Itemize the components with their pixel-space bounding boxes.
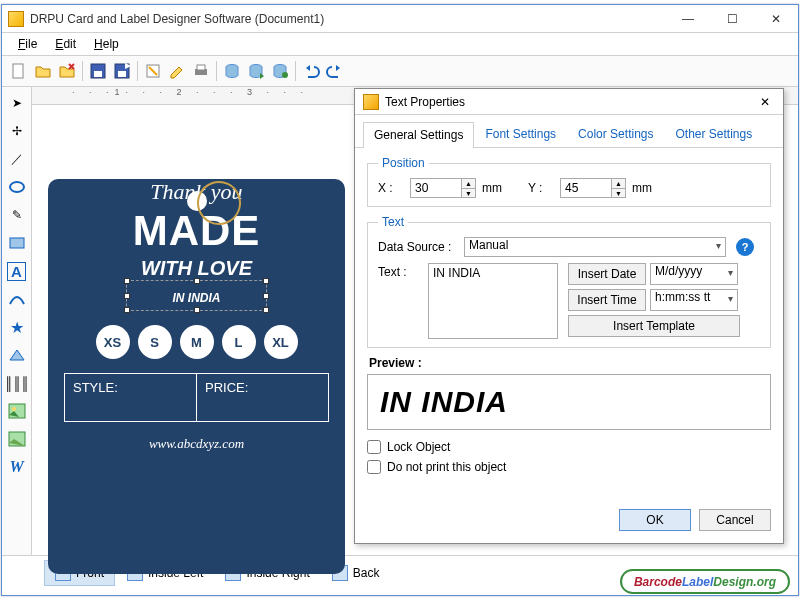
menu-help[interactable]: Help <box>86 35 127 53</box>
database-export-button[interactable] <box>245 60 267 82</box>
database-button[interactable] <box>221 60 243 82</box>
dialog-tabs: General Settings Font Settings Color Set… <box>355 115 783 148</box>
ok-button[interactable]: OK <box>619 509 691 531</box>
triangle-tool[interactable] <box>5 343 29 367</box>
text-label: Text : <box>378 263 418 339</box>
tab-font-settings[interactable]: Font Settings <box>474 121 567 147</box>
app-icon <box>8 11 24 27</box>
spin-up-icon[interactable]: ▲ <box>612 178 626 188</box>
titlebar: DRPU Card and Label Designer Software (D… <box>2 5 798 33</box>
ellipse-tool[interactable] <box>5 175 29 199</box>
size-m[interactable]: M <box>180 325 214 359</box>
time-format-select[interactable]: h:mm:ss tt <box>650 289 738 311</box>
barcode-tool[interactable]: ║║║ <box>5 371 29 395</box>
redo-button[interactable] <box>324 60 346 82</box>
close-doc-button[interactable] <box>56 60 78 82</box>
spin-down-icon[interactable]: ▼ <box>612 188 626 198</box>
lock-object-checkbox[interactable]: Lock Object <box>367 440 771 454</box>
minimize-button[interactable]: — <box>666 5 710 33</box>
arc-tool[interactable] <box>5 287 29 311</box>
x-label: X : <box>378 181 404 195</box>
size-s[interactable]: S <box>138 325 172 359</box>
undo-button[interactable] <box>300 60 322 82</box>
menubar: FFileile Edit Help <box>2 33 798 56</box>
save-button[interactable] <box>87 60 109 82</box>
insert-template-button[interactable]: Insert Template <box>568 315 740 337</box>
footer-logo: BarcodeLabelDesign.org <box>620 569 790 594</box>
info-boxes: STYLE: PRICE: <box>64 373 329 422</box>
position-group: Position X : ▲▼ mm Y : ▲▼ mm <box>367 156 771 207</box>
size-l[interactable]: L <box>222 325 256 359</box>
date-format-select[interactable]: M/d/yyyy <box>650 263 738 285</box>
svg-text:▸: ▸ <box>125 62 131 72</box>
crosshair-tool[interactable]: ✢ <box>5 119 29 143</box>
datasource-select[interactable]: Manual <box>464 237 726 257</box>
side-toolbar: ➤ ✢ ／ ✎ A ★ ║║║ W <box>2 87 32 555</box>
svg-rect-8 <box>197 65 205 70</box>
preview-box: IN INDIA <box>367 374 771 430</box>
text-tool[interactable]: A <box>5 259 29 283</box>
insert-date-button[interactable]: Insert Date <box>568 263 646 285</box>
edit-button[interactable] <box>166 60 188 82</box>
style-box[interactable]: STYLE: <box>65 374 197 421</box>
size-xl[interactable]: XL <box>264 325 298 359</box>
open-button[interactable] <box>32 60 54 82</box>
menu-file[interactable]: FFileile <box>10 35 45 53</box>
text-url[interactable]: www.abcdxyz.com <box>48 436 345 452</box>
save-as-button[interactable]: ▸ <box>111 60 133 82</box>
text-made[interactable]: MADE <box>48 207 345 255</box>
wordart-tool[interactable]: W <box>5 455 29 479</box>
star-tool[interactable]: ★ <box>5 315 29 339</box>
size-xs[interactable]: XS <box>96 325 130 359</box>
preview-label: Preview : <box>369 356 771 370</box>
selection-handles[interactable] <box>126 280 267 311</box>
menu-edit[interactable]: Edit <box>47 35 84 53</box>
close-button[interactable]: ✕ <box>754 5 798 33</box>
window-title: DRPU Card and Label Designer Software (D… <box>30 12 666 26</box>
pencil-tool[interactable]: ✎ <box>5 203 29 227</box>
datasource-label: Data Source : <box>378 240 458 254</box>
maximize-button[interactable]: ☐ <box>710 5 754 33</box>
toolbar: ▸ <box>2 56 798 87</box>
print-button[interactable] <box>190 60 212 82</box>
svg-rect-14 <box>10 238 24 248</box>
tab-general-settings[interactable]: General Settings <box>363 122 474 148</box>
wizard-button[interactable] <box>142 60 164 82</box>
picture-tool[interactable] <box>5 427 29 451</box>
new-button[interactable] <box>8 60 30 82</box>
help-icon[interactable]: ? <box>736 238 754 256</box>
pointer-tool[interactable]: ➤ <box>5 91 29 115</box>
dialog-close-button[interactable]: ✕ <box>755 92 775 112</box>
spin-down-icon[interactable]: ▼ <box>462 188 476 198</box>
svg-point-12 <box>282 72 288 78</box>
dialog-titlebar: Text Properties ✕ <box>355 89 783 115</box>
noprint-checkbox[interactable]: Do not print this object <box>367 460 771 474</box>
label-design[interactable]: Thank you MADE WITH LOVE IN INDIA XS S M… <box>48 179 345 574</box>
tab-color-settings[interactable]: Color Settings <box>567 121 664 147</box>
dialog-icon <box>363 94 379 110</box>
rectangle-tool[interactable] <box>5 231 29 255</box>
spin-up-icon[interactable]: ▲ <box>462 178 476 188</box>
text-withlove[interactable]: WITH LOVE <box>48 257 345 280</box>
text-inindia-selected[interactable]: IN INDIA <box>48 284 345 307</box>
svg-point-13 <box>10 182 24 192</box>
image-tool[interactable] <box>5 399 29 423</box>
tab-other-settings[interactable]: Other Settings <box>664 121 763 147</box>
x-input[interactable]: ▲▼ <box>410 178 476 198</box>
y-input[interactable]: ▲▼ <box>560 178 626 198</box>
dialog-title: Text Properties <box>385 95 755 109</box>
size-row: XS S M L XL <box>48 325 345 359</box>
database-refresh-button[interactable] <box>269 60 291 82</box>
text-properties-dialog: Text Properties ✕ General Settings Font … <box>354 88 784 544</box>
svg-rect-2 <box>94 71 102 77</box>
svg-rect-0 <box>13 64 23 78</box>
cancel-button[interactable]: Cancel <box>699 509 771 531</box>
line-tool[interactable]: ／ <box>5 147 29 171</box>
text-input[interactable]: IN INDIA <box>428 263 558 339</box>
insert-time-button[interactable]: Insert Time <box>568 289 646 311</box>
price-box[interactable]: PRICE: <box>197 374 328 421</box>
y-label: Y : <box>528 181 554 195</box>
svg-point-16 <box>12 407 16 411</box>
text-group: Text Data Source : Manual ? Text : IN IN… <box>367 215 771 348</box>
